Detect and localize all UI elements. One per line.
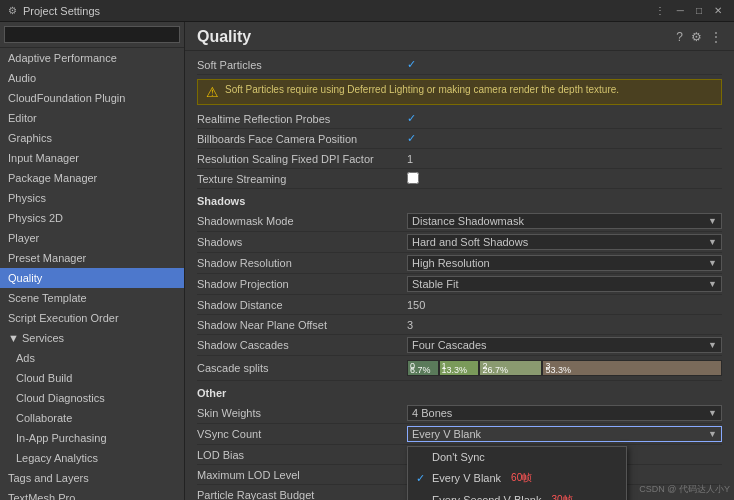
minimize-btn[interactable]: ─ <box>673 4 688 17</box>
sidebar-item-ads[interactable]: Ads <box>0 348 184 368</box>
skin-weights-value[interactable]: 4 Bones ▼ <box>407 405 722 421</box>
title-bar: ⚙ Project Settings ⋮ ─ □ ✕ <box>0 0 734 22</box>
shadow-distance-value: 150 <box>407 299 722 311</box>
watermark: CSDN @ 代码达人小Y <box>639 483 730 496</box>
particle-raycast-label: Particle Raycast Budget <box>197 489 407 501</box>
more-icon[interactable]: ⋮ <box>710 30 722 44</box>
shadow-cascades-row: Shadow Cascades Four Cascades ▼ <box>197 335 722 356</box>
shadow-resolution-value[interactable]: High Resolution ▼ <box>407 255 722 271</box>
vsync-option-every-second-v-blank[interactable]: Every Second V Blank 30帧 <box>408 489 626 500</box>
shadow-projection-row: Shadow Projection Stable Fit ▼ <box>197 274 722 295</box>
sidebar-items-list: Adaptive PerformanceAudioCloudFoundation… <box>0 48 184 500</box>
shadow-resolution-label: Shadow Resolution <box>197 257 407 269</box>
close-btn[interactable]: ✕ <box>710 4 726 17</box>
shadow-distance-label: Shadow Distance <box>197 299 407 311</box>
sidebar-item-legacy-analytics[interactable]: Legacy Analytics <box>0 448 184 468</box>
shadowmask-mode-value[interactable]: Distance Shadowmask ▼ <box>407 213 722 229</box>
help-icon[interactable]: ? <box>676 30 683 44</box>
skin-weights-row: Skin Weights 4 Bones ▼ <box>197 403 722 424</box>
sidebar-item-editor[interactable]: Editor <box>0 108 184 128</box>
settings-icon[interactable]: ⚙ <box>691 30 702 44</box>
vsync-option-dont-sync[interactable]: Don't Sync <box>408 447 626 467</box>
sidebar-item-collaborate[interactable]: Collaborate <box>0 408 184 428</box>
menu-btn[interactable]: ⋮ <box>651 4 669 17</box>
other-section-header: Other <box>197 387 722 401</box>
texture-streaming-row: Texture Streaming <box>197 169 722 189</box>
shadow-distance-row: Shadow Distance 150 <box>197 295 722 315</box>
sidebar-item-in-app-purchasing[interactable]: In-App Purchasing <box>0 428 184 448</box>
vsync-count-row: VSync Count Every V Blank ▼ Don't Sync E… <box>197 424 722 445</box>
warning-icon: ⚠ <box>206 84 219 100</box>
vsync-option-every-v-blank-label: Every V Blank <box>432 472 501 484</box>
billboards-row: Billboards Face Camera Position <box>197 129 722 149</box>
sidebar-item-preset-manager[interactable]: Preset Manager <box>0 248 184 268</box>
content-body: Soft Particles ⚠ Soft Particles require … <box>185 51 734 500</box>
shadow-projection-label: Shadow Projection <box>197 278 407 290</box>
sidebar-item-physics-2d[interactable]: Physics 2D <box>0 208 184 228</box>
shadow-cascades-label: Shadow Cascades <box>197 339 407 351</box>
sidebar-item-tags-and-layers[interactable]: Tags and Layers <box>0 468 184 488</box>
max-lod-level-label: Maximum LOD Level <box>197 469 407 481</box>
shadows-label: Shadows <box>197 236 407 248</box>
sidebar-item-cloudfoundation-plugin[interactable]: CloudFoundation Plugin <box>0 88 184 108</box>
billboards-label: Billboards Face Camera Position <box>197 133 407 145</box>
sidebar-item-textmesh-pro[interactable]: TextMesh Pro <box>0 488 184 500</box>
shadows-value[interactable]: Hard and Soft Shadows ▼ <box>407 234 722 250</box>
vsync-option-dont-sync-label: Don't Sync <box>432 451 485 463</box>
vsync-dropdown-arrow: ▼ <box>708 429 717 439</box>
sidebar-item-graphics[interactable]: Graphics <box>0 128 184 148</box>
realtime-reflection-label: Realtime Reflection Probes <box>197 113 407 125</box>
shadows-dropdown-arrow: ▼ <box>708 237 717 247</box>
sidebar-item-player[interactable]: Player <box>0 228 184 248</box>
cascade-splits-label: Cascade splits <box>197 362 407 374</box>
sidebar: Adaptive PerformanceAudioCloudFoundation… <box>0 22 185 500</box>
sidebar-item-script-execution-order[interactable]: Script Execution Order <box>0 308 184 328</box>
sidebar-item-scene-template[interactable]: Scene Template <box>0 288 184 308</box>
maximize-btn[interactable]: □ <box>692 4 706 17</box>
sidebar-item-services[interactable]: ▼ Services <box>0 328 184 348</box>
texture-streaming-value[interactable] <box>407 172 722 186</box>
texture-streaming-label: Texture Streaming <box>197 173 407 185</box>
cascade-splits-row: Cascade splits 06.7%113.3%226.7%353.3% <box>197 356 722 381</box>
skin-weights-dropdown-arrow: ▼ <box>708 408 717 418</box>
content-title: Quality <box>197 28 251 46</box>
cascade-seg-2: 226.7% <box>479 360 542 376</box>
resolution-scaling-value: 1 <box>407 153 722 165</box>
realtime-reflection-row: Realtime Reflection Probes <box>197 109 722 129</box>
vsync-count-label: VSync Count <box>197 428 407 440</box>
soft-particles-value[interactable] <box>407 58 722 71</box>
skin-weights-label: Skin Weights <box>197 407 407 419</box>
sidebar-item-cloud-build[interactable]: Cloud Build <box>0 368 184 388</box>
sidebar-item-quality[interactable]: Quality <box>0 268 184 288</box>
warning-text: Soft Particles require using Deferred Li… <box>225 84 619 95</box>
sidebar-search-input[interactable] <box>4 26 180 43</box>
main-layout: Adaptive PerformanceAudioCloudFoundation… <box>0 22 734 500</box>
cascade-seg-1: 113.3% <box>439 360 480 376</box>
warning-box: ⚠ Soft Particles require using Deferred … <box>197 79 722 105</box>
sidebar-item-input-manager[interactable]: Input Manager <box>0 148 184 168</box>
shadow-projection-value[interactable]: Stable Fit ▼ <box>407 276 722 292</box>
cascade-splits-bar-container[interactable]: 06.7%113.3%226.7%353.3% <box>407 358 722 378</box>
cascade-seg-3: 353.3% <box>542 360 722 376</box>
sidebar-item-adaptive-performance[interactable]: Adaptive Performance <box>0 48 184 68</box>
shadow-near-plane-label: Shadow Near Plane Offset <box>197 319 407 331</box>
content-header-icons: ? ⚙ ⋮ <box>676 30 722 44</box>
content-header: Quality ? ⚙ ⋮ <box>185 22 734 51</box>
billboards-value[interactable] <box>407 132 722 145</box>
shadow-res-dropdown-arrow: ▼ <box>708 258 717 268</box>
vsync-option-every-v-blank[interactable]: Every V Blank 60帧 <box>408 467 626 489</box>
vsync-count-value[interactable]: Every V Blank ▼ Don't Sync Every V Blank… <box>407 426 722 442</box>
soft-particles-label: Soft Particles <box>197 59 407 71</box>
shadow-near-plane-value: 3 <box>407 319 722 331</box>
soft-particles-row: Soft Particles <box>197 55 722 75</box>
sidebar-item-package-manager[interactable]: Package Manager <box>0 168 184 188</box>
shadow-resolution-row: Shadow Resolution High Resolution ▼ <box>197 253 722 274</box>
shadow-cascades-value[interactable]: Four Cascades ▼ <box>407 337 722 353</box>
sidebar-search-container <box>0 22 184 48</box>
sidebar-item-cloud-diagnostics[interactable]: Cloud Diagnostics <box>0 388 184 408</box>
shadows-row: Shadows Hard and Soft Shadows ▼ <box>197 232 722 253</box>
sidebar-item-audio[interactable]: Audio <box>0 68 184 88</box>
realtime-reflection-value[interactable] <box>407 112 722 125</box>
vsync-option-every-v-blank-badge: 60帧 <box>511 471 532 485</box>
sidebar-item-physics[interactable]: Physics <box>0 188 184 208</box>
